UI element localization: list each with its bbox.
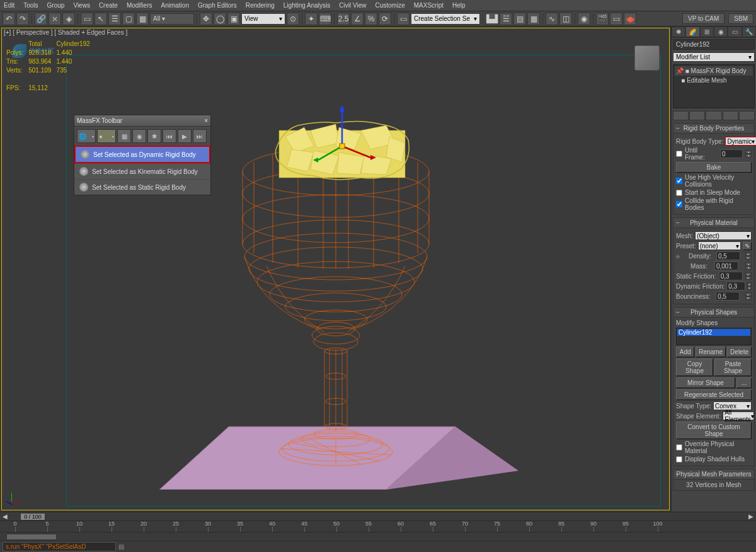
make-unique-icon[interactable] (706, 111, 721, 120)
menu-civil-view[interactable]: Civil View (339, 2, 366, 9)
ref-coord-combo[interactable]: View▾ (241, 13, 285, 25)
massfx-static-item[interactable]: Set Selected as Static Rigid Body (74, 179, 210, 195)
timeline-start-icon[interactable]: ◀ (3, 513, 8, 520)
snap-icon[interactable]: 2.5 (337, 13, 350, 25)
pivot-icon[interactable]: ⊙ (287, 13, 299, 25)
close-icon[interactable]: × (204, 117, 208, 124)
massfx-reset-icon[interactable]: ⏮ (163, 129, 176, 143)
menu-animation[interactable]: Animation (161, 2, 188, 9)
spinner-snap-icon[interactable]: ⟳ (379, 13, 391, 25)
menu-group[interactable]: Group (47, 2, 65, 9)
select-region-icon[interactable]: ▢ (122, 13, 135, 25)
schematic-icon[interactable]: ◫ (559, 13, 572, 25)
redo-icon[interactable]: ↷ (16, 13, 29, 25)
move-icon[interactable]: ✥ (200, 13, 212, 25)
bind-icon[interactable]: ◈ (62, 13, 75, 25)
until-frame-check[interactable] (676, 151, 682, 157)
modify-tab-icon[interactable]: 🌈 (685, 26, 699, 37)
shape-element-combo[interactable]: All Elements▾ (723, 411, 754, 420)
menu-modifiers[interactable]: Modifiers (127, 2, 152, 9)
rotate-icon[interactable]: ◯ (214, 13, 226, 25)
stack-editable-mesh[interactable]: ■ Editable Mesh (675, 76, 753, 85)
remove-modifier-icon[interactable] (723, 111, 738, 120)
scale-icon[interactable]: ▣ (227, 13, 240, 25)
link-icon[interactable]: 🔗 (35, 13, 47, 25)
physical-shapes-header[interactable]: −Physical Shapes (673, 308, 754, 318)
curve-editor-icon[interactable]: ∿ (546, 13, 558, 25)
override-material-check[interactable] (676, 444, 682, 451)
filter-combo[interactable]: All ▾ (150, 13, 194, 25)
align-icon[interactable]: ☱ (500, 13, 512, 25)
horizontal-scrollbar[interactable] (0, 532, 756, 541)
until-frame-spinner[interactable]: 0 (720, 149, 743, 158)
manipulate-icon[interactable]: ✦ (305, 13, 318, 25)
configure-sets-icon[interactable] (739, 111, 755, 120)
massfx-rigid-body-icon[interactable]: ●▾ (97, 129, 116, 143)
convert-shape-button[interactable]: Convert to Custom Shape (676, 422, 752, 439)
vp-to-cam-button[interactable]: VP to CAM (682, 13, 724, 24)
object-name-field[interactable]: Cylinder192 (673, 39, 755, 50)
select-name-icon[interactable]: ☰ (108, 13, 121, 25)
density-spinner[interactable]: 0,5 (716, 251, 740, 260)
sleep-mode-check[interactable] (676, 190, 682, 196)
bounciness-spinner[interactable]: 0,5 (716, 292, 740, 301)
show-end-result-icon[interactable] (689, 111, 705, 120)
percent-snap-icon[interactable]: % (365, 13, 377, 25)
unlink-icon[interactable]: ⤫ (49, 13, 61, 25)
shapes-list-item[interactable]: Cylinder192 (677, 329, 750, 336)
preset-edit-icon[interactable]: ✎ (743, 242, 752, 250)
add-shape-button[interactable]: Add (676, 347, 694, 357)
menu-lighting[interactable]: Lighting Analysis (284, 2, 331, 9)
menu-rendering[interactable]: Rendering (246, 2, 275, 9)
rename-shape-button[interactable]: Rename (696, 347, 726, 357)
physical-material-header[interactable]: −Physical Material (673, 218, 754, 228)
modifier-stack[interactable]: 📌 ■ MassFX Rigid Body ■ Editable Mesh (673, 64, 755, 108)
menu-tools[interactable]: Tools (23, 2, 38, 9)
collide-check[interactable] (676, 201, 682, 207)
layers-icon[interactable]: ▤ (513, 13, 526, 25)
material-editor-icon[interactable]: ◉ (578, 13, 590, 25)
rigid-body-type-combo[interactable]: Dynamic▾ (725, 137, 756, 146)
bake-button[interactable]: Bake (676, 162, 752, 173)
menu-create[interactable]: Create (99, 2, 118, 9)
massfx-constraint-icon[interactable]: ◉ (132, 129, 146, 143)
display-hulls-check[interactable] (676, 456, 682, 463)
massfx-ragdoll-icon[interactable]: ✱ (147, 129, 161, 143)
menu-graph-editors[interactable]: Graph Editors (198, 2, 237, 9)
display-tab-icon[interactable]: ▭ (728, 26, 742, 37)
mirror-shape-button[interactable]: Mirror Shape (676, 377, 735, 388)
massfx-cloth-icon[interactable]: ▦ (117, 129, 131, 143)
delete-shape-button[interactable]: Delete (727, 347, 752, 357)
menu-edit[interactable]: Edit (4, 2, 14, 9)
static-friction-spinner[interactable]: 0,3 (719, 272, 743, 280)
viewport[interactable]: [+] [ Perspective ] [ Shaded + Edged Fac… (0, 26, 671, 512)
massfx-play-icon[interactable]: ▶ (178, 129, 192, 143)
link-density-icon[interactable]: ⟐ (676, 253, 684, 260)
render-setup-icon[interactable]: 🎬 (596, 13, 609, 25)
menu-customize[interactable]: Customize (375, 2, 404, 9)
time-slider[interactable]: 0 / 100 (20, 513, 45, 520)
paste-shape-button[interactable]: Paste Shape (714, 359, 752, 376)
keyboard-shortcut-icon[interactable]: ⌨ (319, 13, 331, 25)
pin-stack-icon[interactable] (673, 111, 689, 120)
hierarchy-tab-icon[interactable]: ⊞ (700, 26, 714, 37)
menu-views[interactable]: Views (73, 2, 90, 9)
menu-help[interactable]: Help (452, 2, 466, 9)
stack-rigid-body[interactable]: 📌 ■ MassFX Rigid Body (675, 66, 753, 76)
rigid-body-header[interactable]: −Rigid Body Properties (673, 124, 754, 134)
spinner-arrows-icon[interactable]: ▴▾ (745, 150, 752, 158)
mirror-icon[interactable]: ▙▟ (486, 13, 498, 25)
timeline-end-icon[interactable]: ▶ (748, 513, 753, 520)
motion-tab-icon[interactable]: ◉ (714, 26, 728, 37)
regenerate-button[interactable]: Regenerate Selected (676, 389, 752, 400)
angle-snap-icon[interactable]: ∠ (351, 13, 364, 25)
massfx-dynamic-item[interactable]: Set Selected as Dynamic Rigid Body (74, 146, 210, 163)
menu-maxscript[interactable]: MAXScript (414, 2, 444, 9)
utilities-tab-icon[interactable]: 🔧 (742, 26, 756, 37)
time-ruler[interactable]: 0510152025303540455055606570758085909510… (0, 520, 756, 532)
mass-spinner[interactable]: 0,001 (714, 262, 738, 270)
graphite-icon[interactable]: ▦ (527, 13, 540, 25)
shapes-list[interactable]: Cylinder192 (676, 328, 752, 345)
viewcube-icon[interactable] (634, 45, 660, 71)
massfx-toolbar-panel[interactable]: MassFX Toolbar × 🌐▾ ●▾ ▦ ◉ ✱ ⏮ ▶ ⏭ Set S… (74, 115, 211, 195)
